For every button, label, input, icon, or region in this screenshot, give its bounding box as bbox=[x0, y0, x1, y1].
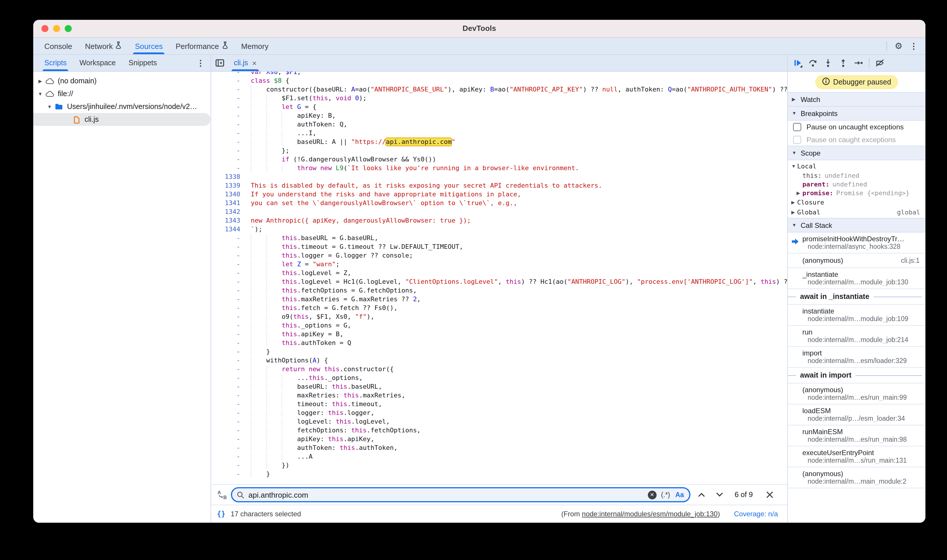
line-number: - bbox=[211, 242, 247, 251]
code-line: - authToken: this.authToken, bbox=[211, 443, 787, 452]
scope-entry[interactable]: this:undefined bbox=[788, 171, 925, 180]
debugger-paused-badge: Debugger paused bbox=[815, 75, 898, 89]
section-watch[interactable]: ▶ Watch bbox=[788, 92, 925, 107]
tab-label: Scripts bbox=[44, 59, 66, 67]
tab-sources[interactable]: Sources bbox=[129, 38, 169, 54]
line-number: - bbox=[211, 295, 247, 304]
disclosure-triangle-icon: ▼ bbox=[792, 223, 797, 228]
collapse-navigator-button[interactable] bbox=[211, 55, 228, 71]
file-icon bbox=[72, 115, 81, 124]
deactivate-breakpoints-icon[interactable] bbox=[872, 55, 887, 71]
close-find-bar-icon[interactable] bbox=[763, 488, 777, 502]
tree-item-users-jinhuilee-nvm-versions-node-v2-[interactable]: ▼Users/jinhuilee/.nvm/versions/node/v2… bbox=[33, 100, 211, 113]
section-breakpoints[interactable]: ▼ Breakpoints bbox=[788, 106, 925, 121]
code-line: - this.fetch = G.fetch ?? Fs0(), bbox=[211, 304, 787, 312]
coverage-link[interactable]: Coverage: n/a bbox=[734, 510, 778, 518]
stack-frame[interactable]: loadESMnode:internal/p…/esm_loader:34 bbox=[788, 405, 925, 425]
titlebar: DevTools bbox=[33, 20, 925, 38]
tab-console[interactable]: Console bbox=[38, 38, 79, 54]
code-line: - withOptions(A) { bbox=[211, 356, 787, 365]
navigator-more-options-icon[interactable]: ⋮ bbox=[195, 56, 206, 70]
checkbox[interactable] bbox=[793, 123, 801, 131]
stack-frame[interactable]: executeUserEntryPointnode:internal/m…s/r… bbox=[788, 446, 925, 467]
more-options-icon[interactable]: ⋮ bbox=[907, 39, 921, 53]
scope-entry[interactable]: parent:undefined bbox=[788, 180, 925, 189]
line-number: - bbox=[211, 137, 247, 146]
breakpoint-option[interactable]: Pause on uncaught exceptions bbox=[788, 121, 925, 134]
code-line: -class $8 { bbox=[211, 76, 787, 85]
search-input[interactable]: api.anthropic.com ✕ (.*) Aa bbox=[231, 487, 690, 502]
editor-tab-cli-js[interactable]: cli.js × bbox=[228, 55, 262, 71]
scope-group-closure[interactable]: ▶Closure bbox=[788, 197, 925, 208]
line-number: - bbox=[211, 338, 247, 347]
pretty-print-icon[interactable]: {} bbox=[217, 510, 225, 518]
code-line: - baseURL: this.baseURL, bbox=[211, 382, 787, 391]
tree-item-label: file:// bbox=[58, 90, 73, 98]
settings-gear-icon[interactable]: ⚙ bbox=[891, 39, 905, 53]
line-number: - bbox=[211, 164, 247, 172]
divider bbox=[886, 42, 887, 51]
code-line: - this.logLevel = Z, bbox=[211, 269, 787, 277]
close-tab-icon[interactable]: × bbox=[252, 58, 257, 67]
step-over-icon[interactable] bbox=[805, 55, 821, 71]
code-editor[interactable]: -var Xs0, $F1;-class $8 {- constructor({… bbox=[211, 72, 787, 484]
resume-script-icon[interactable] bbox=[790, 55, 805, 71]
scope-entry[interactable]: ▶promise:Promise {<pending>} bbox=[788, 189, 925, 197]
source-map-link[interactable]: node:internal/modules/esm/module_job:130 bbox=[582, 510, 718, 518]
step-into-icon[interactable] bbox=[821, 55, 836, 71]
section-scope[interactable]: ▼ Scope bbox=[788, 146, 925, 160]
stack-frame[interactable]: _instantiatenode:internal/m…module_job:1… bbox=[788, 268, 925, 289]
scope-group-local[interactable]: ▼Local bbox=[788, 162, 925, 171]
scope-group-global[interactable]: ▶Globalglobal bbox=[788, 208, 925, 217]
line-number: - bbox=[211, 374, 247, 382]
code-line: - ...I, bbox=[211, 129, 787, 137]
find-bar: AB api.anthropic.com ✕ (.*) Aa bbox=[211, 484, 787, 505]
previous-match-icon[interactable] bbox=[694, 488, 708, 502]
frame-name: import bbox=[802, 349, 923, 357]
next-match-icon[interactable] bbox=[712, 488, 726, 502]
tab-network[interactable]: Network bbox=[79, 38, 128, 54]
navigator-sidebar: ScriptsWorkspaceSnippets ⋮ ▶(no domain)▼… bbox=[33, 55, 211, 523]
section-call-stack[interactable]: ▼ Call Stack bbox=[788, 218, 925, 232]
stack-frame[interactable]: runnode:internal/m…module_job:214 bbox=[788, 326, 925, 347]
stack-frame[interactable]: runMainESMnode:internal/m…es/run_main:98 bbox=[788, 425, 925, 446]
navigator-tab-scripts[interactable]: Scripts bbox=[38, 55, 73, 71]
scope-group-label: Global bbox=[797, 209, 821, 216]
tree-item--no-domain-[interactable]: ▶(no domain) bbox=[33, 75, 211, 88]
replace-toggle-icon[interactable]: AB bbox=[216, 489, 228, 500]
line-number: - bbox=[211, 461, 247, 470]
stack-frame[interactable]: (anonymous)cli.js:1 bbox=[788, 254, 925, 268]
tab-performance[interactable]: Performance bbox=[169, 38, 235, 54]
stack-frame[interactable]: importnode:internal/m…esm/loader:329 bbox=[788, 347, 925, 368]
disclosure-triangle-icon: ▼ bbox=[792, 150, 797, 155]
code-line: 1343new Anthropic({ apiKey, dangerouslyA… bbox=[211, 216, 787, 225]
stack-frame[interactable]: promiseInitHookWithDestroyTr…node:intern… bbox=[788, 232, 925, 254]
editor-pane: cli.js × -var Xs0, $F1;-class $8 {- cons… bbox=[211, 55, 787, 523]
line-number: - bbox=[211, 304, 247, 312]
navigator-tab-snippets[interactable]: Snippets bbox=[122, 55, 163, 71]
navigator-tab-workspace[interactable]: Workspace bbox=[73, 55, 122, 71]
checkbox[interactable] bbox=[793, 136, 801, 144]
match-case-toggle[interactable]: Aa bbox=[675, 491, 684, 498]
breakpoint-option[interactable]: Pause on caught exceptions bbox=[788, 134, 925, 146]
line-number: - bbox=[211, 85, 247, 94]
regex-toggle[interactable]: (.*) bbox=[661, 491, 670, 498]
tree-item-cli-js[interactable]: cli.js bbox=[33, 113, 211, 126]
sources-panel: ScriptsWorkspaceSnippets ⋮ ▶(no domain)▼… bbox=[33, 55, 925, 523]
stack-frame[interactable]: (anonymous)node:internal/m…main_module:2 bbox=[788, 467, 925, 488]
tree-item-file-[interactable]: ▼file:// bbox=[33, 88, 211, 100]
frame-location: node:internal/m…es/run_main:98 bbox=[808, 436, 923, 443]
frame-name: runMainESM bbox=[802, 428, 923, 436]
step-out-icon[interactable] bbox=[836, 55, 851, 71]
info-icon bbox=[822, 77, 830, 87]
stack-frame[interactable]: (anonymous)node:internal/m…es/run_main:9… bbox=[788, 383, 925, 405]
line-number: - bbox=[211, 443, 247, 452]
tab-memory[interactable]: Memory bbox=[235, 38, 275, 54]
clear-icon[interactable]: ✕ bbox=[648, 490, 656, 499]
search-query[interactable]: api.anthropic.com bbox=[248, 490, 648, 499]
stack-frame[interactable]: instantiatenode:internal/m…module_job:10… bbox=[788, 305, 925, 326]
frame-location: node:internal/m…s/run_main:131 bbox=[808, 457, 923, 464]
code-line: - this.fetchOptions = G.fetchOptions, bbox=[211, 286, 787, 295]
line-number: - bbox=[211, 76, 247, 85]
step-icon[interactable] bbox=[851, 55, 866, 71]
